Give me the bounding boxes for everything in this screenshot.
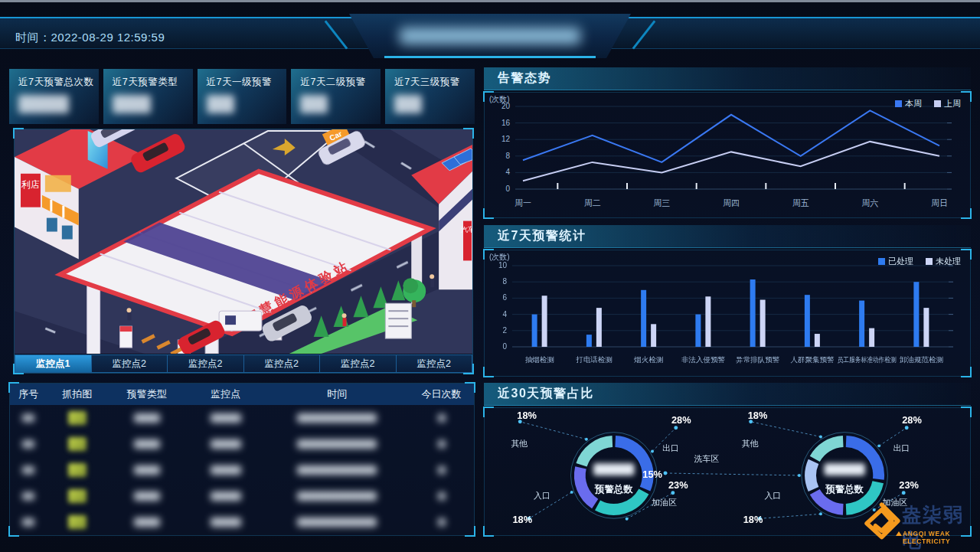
monitor-tab-6[interactable]: 监控点2: [397, 354, 473, 373]
donut-pct-label: 15%: [642, 469, 662, 480]
donut-name-label: 洗车区: [694, 454, 720, 463]
table-cell: [265, 413, 409, 423]
bracket-icon: [961, 208, 972, 219]
table-row[interactable]: [10, 457, 474, 483]
snapshot-thumbnail-blurred: [68, 515, 87, 529]
stat-card: 近7天二级预警: [291, 69, 381, 124]
legend-label: 本周: [905, 98, 922, 109]
vendor-logo-icon: [861, 501, 900, 544]
table-cell-blurred: [297, 413, 377, 423]
connector-dot: [651, 449, 654, 452]
warning-stats-chart: 0246810(次数)抽烟检测打电话检测烟火检测非法入侵预警异常排队预警人群聚集…: [485, 250, 970, 376]
donut-pct-label: 23%: [899, 479, 919, 491]
alarm-trend-legend-item[interactable]: 本周: [895, 98, 922, 109]
table-cell: [186, 413, 265, 423]
bar-未处理: [815, 334, 820, 347]
donut-name-label: 加油区: [652, 498, 677, 507]
warning-stats-legend-item[interactable]: 已处理: [878, 256, 913, 267]
dashboard: 时间：2022-08-29 12:59:59 近7天预警总次数近7天预警类型近7…: [0, 0, 980, 552]
donut-pct-label: 18%: [748, 410, 768, 421]
donut-connector: [760, 514, 820, 518]
y-tick-label: 0: [502, 342, 507, 351]
stat-card-value-blurred: [300, 95, 328, 113]
snapshot-thumbnail-blurred: [68, 489, 87, 503]
table-row[interactable]: [10, 483, 474, 509]
donut-pct-label: 18%: [517, 410, 537, 421]
stat-card-label: 近7天二级预警: [300, 76, 365, 89]
table-cell: [186, 439, 265, 449]
table-cell: [107, 439, 186, 449]
table-cell-blurred: [438, 440, 446, 448]
monitor-tab-5[interactable]: 监控点2: [320, 354, 397, 373]
vendor-logo-mark: [896, 531, 902, 536]
bar-未处理: [542, 296, 547, 347]
x-tick-label: 周一: [514, 198, 531, 207]
y-tick-label: 10: [498, 261, 508, 269]
table-header-row: 序号抓拍图预警类型监控点时间今日次数: [10, 384, 474, 405]
stat-cards: 近7天预警总次数近7天预警类型近7天一级预警近7天二级预警近7天三级预警: [9, 69, 475, 124]
alarm-trend-chart: 048121620(次数)周一周二周三周四周五周六周日: [485, 93, 970, 217]
donut-name-label: 出口: [662, 443, 679, 452]
x-tick-label: 周六: [861, 198, 878, 207]
bracket-icon: [961, 367, 972, 377]
monitor-tab-3[interactable]: 监控点2: [168, 354, 244, 373]
x-tick-label: 周四: [723, 198, 740, 207]
monitor-tab-1[interactable]: 监控点1: [15, 354, 92, 373]
vendor-logo-en: ANGQI WEAK ELECTRICITY: [903, 530, 980, 545]
table-cell: [107, 518, 186, 527]
bracket-icon: [961, 91, 972, 102]
table-cell: [47, 463, 107, 477]
bracket-icon: [483, 249, 494, 260]
time-value: 2022-08-29 12:59:59: [51, 31, 165, 44]
table-cell-blurred: [134, 518, 160, 527]
table-cell-blurred: [211, 465, 241, 475]
table-cell: [265, 465, 409, 475]
table-cell-blurred: [438, 466, 446, 474]
table-header-cell: 监控点: [186, 387, 265, 401]
monitor-video-frame[interactable]: 利店 汽车 Car: [15, 129, 472, 354]
table-cell: [409, 440, 474, 448]
table-cell-blurred: [211, 492, 241, 501]
y-tick-label: 2: [502, 326, 507, 335]
stat-card-value-blurred: [207, 95, 234, 113]
x-tick-label: 周二: [584, 198, 601, 207]
bracket-icon: [8, 382, 19, 393]
table-cell: [10, 518, 47, 526]
connector-dot: [626, 518, 629, 521]
y-tick-label: 12: [501, 135, 511, 143]
bar-未处理: [596, 308, 602, 347]
y-tick-label: 4: [502, 310, 507, 318]
bar-已处理: [695, 315, 701, 347]
alarm-trend-legend-item[interactable]: 上周: [934, 98, 961, 109]
bracket-icon: [961, 407, 972, 417]
table-row[interactable]: [10, 509, 474, 535]
vendor-logo: 盎柒弱电 ANGQI WEAK ELECTRICITY: [859, 496, 980, 550]
x-tick-label: 打电话检测: [576, 355, 612, 364]
connector-dot: [877, 444, 880, 447]
table-cell-blurred: [22, 518, 34, 526]
table-row[interactable]: [10, 405, 474, 431]
table-cell: [265, 518, 409, 527]
monitor-tab-4[interactable]: 监控点2: [244, 354, 321, 373]
table-cell-blurred: [297, 465, 377, 475]
donut-pct-label: 28%: [671, 414, 691, 426]
bar-已处理: [532, 315, 537, 347]
x-tick-label: 周日: [931, 198, 948, 207]
line-series-上周: [523, 142, 939, 181]
donut-slice-入口: [815, 492, 843, 509]
table-cell: [10, 414, 47, 422]
bracket-icon: [8, 526, 19, 537]
connector-dot: [570, 491, 573, 494]
donut-slice-洗车区: [811, 462, 814, 489]
monitor-panel: 利店 汽车 Car: [14, 129, 473, 374]
connector-dot: [664, 472, 668, 475]
donut-pct-label: 23%: [668, 479, 688, 491]
monitor-tab-2[interactable]: 监控点2: [92, 354, 168, 373]
banner-underline: [384, 56, 596, 58]
table-row[interactable]: [10, 431, 474, 457]
table-cell: [186, 518, 265, 527]
y-tick-label: 8: [505, 152, 510, 160]
table-cell-blurred: [297, 518, 377, 527]
warning-stats-legend-item[interactable]: 未处理: [926, 256, 961, 267]
y-tick-label: 16: [501, 119, 511, 127]
